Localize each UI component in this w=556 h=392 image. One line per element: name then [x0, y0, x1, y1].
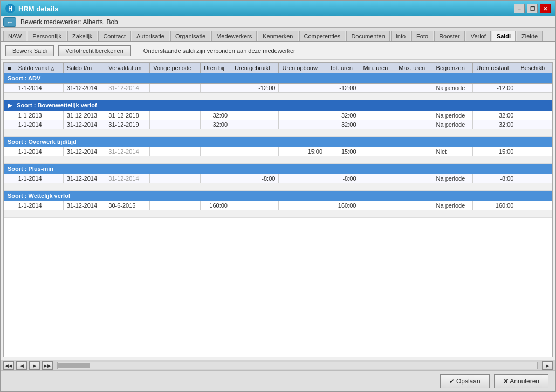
tab-ziekte[interactable]: Ziekte: [517, 31, 543, 41]
tab-verlof[interactable]: Verlof: [466, 31, 491, 41]
nav-last-button[interactable]: ▶▶: [42, 361, 53, 370]
content-area: Bewerk Saldi Verlofrecht berekenen Onder…: [1, 42, 555, 370]
menu-subtitle: Bewerk medewerker: Alberts, Bob: [20, 18, 118, 26]
tab-kenmerken[interactable]: Kenmerken: [258, 31, 298, 41]
main-window: H HRM details – ❐ ✕ ← Bewerk medewerker:…: [0, 0, 556, 392]
app-icon: H: [5, 4, 15, 13]
spacer-row: [4, 129, 552, 137]
col-uren-bij: Uren bij: [201, 63, 231, 73]
group-header-plus_min[interactable]: Soort : Plus-min: [4, 164, 552, 174]
verlofrecht-berekenen-button[interactable]: Verlofrecht berekenen: [58, 45, 131, 56]
group-header-wettelijk_verlof[interactable]: Soort : Wettelijk verlof: [4, 191, 552, 201]
tab-contract[interactable]: Contract: [98, 31, 131, 41]
table-row[interactable]: 1-1-201331-12-201331-12-201832:0032:00Na…: [4, 111, 552, 120]
tab-foto[interactable]: Foto: [411, 31, 433, 41]
tabs-bar: NAW Persoonlijk Zakelijk Contract Autori…: [1, 28, 555, 42]
title-bar: H HRM details – ❐ ✕: [1, 1, 555, 16]
nav-next-button[interactable]: ▶: [29, 361, 40, 370]
table-row[interactable]: 1-1-201431-12-201430-6-2015160:00160:00N…: [4, 201, 552, 210]
col-saldo-tm: Saldo t/m: [63, 63, 105, 73]
col-beschikb: Beschikb: [517, 63, 552, 73]
close-button[interactable]: ✕: [540, 4, 551, 13]
tab-rooster[interactable]: Rooster: [434, 31, 465, 41]
tab-info[interactable]: Info: [391, 31, 410, 41]
spacer-row: [4, 93, 552, 100]
nav-first-button[interactable]: ◀◀: [3, 361, 14, 370]
horizontal-scrollbar[interactable]: [57, 362, 538, 369]
annuleren-button[interactable]: ✘ Annuleren: [494, 374, 548, 388]
col-begrenzen: Begrenzen: [433, 63, 473, 73]
bottom-action-bar: ✔ Opslaan ✘ Annuleren: [1, 370, 555, 391]
col-indicator: ■: [4, 63, 15, 73]
tab-persoonlijk[interactable]: Persoonlijk: [28, 31, 66, 41]
tab-organisatie[interactable]: Organisatie: [170, 31, 210, 41]
scrollbar-thumb[interactable]: [58, 363, 90, 368]
toolbar-info-text: Onderstaande saldi zijn verbonden aan de…: [143, 47, 296, 54]
saldi-table-container[interactable]: ■ Saldo vanaf Saldo t/m Vervaldatum Vori…: [3, 62, 553, 357]
col-tot-uren: Tot. uren: [326, 63, 360, 73]
table-row[interactable]: 1-1-201431-12-201431-12-2014-12:00-12:00…: [4, 84, 552, 93]
col-uren-restant: Uren restant: [473, 63, 517, 73]
group-header-adv[interactable]: Soort : ADV: [4, 73, 552, 84]
tab-competenties[interactable]: Competenties: [299, 31, 346, 41]
opslaan-button[interactable]: ✔ Opslaan: [440, 374, 490, 388]
menu-bar: ← Bewerk medewerker: Alberts, Bob: [1, 16, 555, 28]
minimize-button[interactable]: –: [514, 4, 525, 13]
tab-medewerkers[interactable]: Medewerkers: [211, 31, 257, 41]
status-bar: ◀◀ ◀ ▶ ▶▶ ▶: [1, 360, 555, 370]
group-header-overwerk_tijd[interactable]: Soort : Overwerk tijd/tijd: [4, 137, 552, 147]
spacer-row: [4, 156, 552, 164]
tab-documenten[interactable]: Documenten: [346, 31, 389, 41]
table-row[interactable]: 1-1-201431-12-201431-12-201415:0015:00Ni…: [4, 147, 552, 156]
spacer-row: [4, 210, 552, 218]
tab-autorisatie[interactable]: Autorisatie: [132, 31, 169, 41]
nav-prev-button[interactable]: ◀: [16, 361, 27, 370]
saldi-table: ■ Saldo vanaf Saldo t/m Vervaldatum Vori…: [4, 63, 552, 218]
title-bar-controls: – ❐ ✕: [514, 4, 551, 13]
table-row[interactable]: 1-1-201431-12-201431-12-2014-8:00-8:00Na…: [4, 174, 552, 183]
tab-zakelijk[interactable]: Zakelijk: [67, 31, 97, 41]
window-title: HRM details: [18, 5, 58, 13]
table-header-row: ■ Saldo vanaf Saldo t/m Vervaldatum Vori…: [4, 63, 552, 73]
col-vervaldatum: Vervaldatum: [105, 63, 150, 73]
tab-naw[interactable]: NAW: [3, 31, 26, 41]
spacer-row: [4, 183, 552, 191]
col-uren-opbouw: Uren opbouw: [279, 63, 326, 73]
col-min-uren: Min. uren: [360, 63, 395, 73]
col-vorige-periode: Vorige periode: [150, 63, 201, 73]
toolbar-row: Bewerk Saldi Verlofrecht berekenen Onder…: [1, 42, 555, 60]
tab-saldi[interactable]: Saldi: [492, 31, 516, 42]
table-row[interactable]: 1-1-201431-12-201431-12-201932:0032:00Na…: [4, 120, 552, 129]
scroll-right-button[interactable]: ▶: [542, 361, 553, 370]
bewerk-saldi-button[interactable]: Bewerk Saldi: [5, 45, 54, 56]
col-uren-gebruikt: Uren gebruikt: [231, 63, 279, 73]
col-max-uren: Max. uren: [395, 63, 433, 73]
col-saldo-vanaf[interactable]: Saldo vanaf: [15, 63, 63, 73]
back-button[interactable]: ←: [3, 17, 16, 27]
group-header-bovenwettelijk_verlof[interactable]: ▶ Soort : Bovenwettelijk verlof: [4, 100, 552, 111]
restore-button[interactable]: ❐: [527, 4, 538, 13]
